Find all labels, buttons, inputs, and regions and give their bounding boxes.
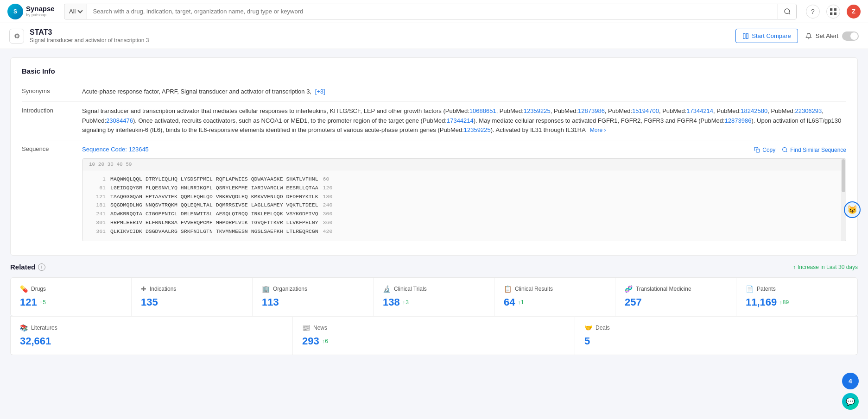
drugs-count-value: 121: [20, 296, 37, 308]
basic-info-card: Basic Info Synonyms Acute-phase response…: [10, 57, 858, 256]
sequence-row: Sequence Sequence Code: 123645 Copy: [22, 140, 846, 246]
related-title: Related i: [10, 263, 45, 271]
seq-line-4: 181 SQGDMQDLNG NNQSVTRQKM QQLEQMLTAL DQM…: [89, 201, 839, 210]
pubmed-link-7[interactable]: 22306293: [795, 107, 822, 114]
more-link[interactable]: More ›: [590, 127, 606, 133]
svg-rect-2: [834, 8, 836, 11]
start-compare-button[interactable]: Start Compare: [735, 29, 798, 43]
pubmed-link-1[interactable]: 10688651: [469, 107, 496, 114]
help-icon: ?: [811, 8, 815, 15]
search-input[interactable]: [87, 8, 778, 15]
clinical-trials-label: Clinical Trials: [394, 286, 427, 292]
page-subtitle: Signal transducer and activator of trans…: [30, 37, 149, 44]
translational-count: 257: [625, 296, 727, 308]
patents-label: Patents: [757, 286, 776, 292]
logo-area: S Synapse by patsnap: [7, 4, 58, 19]
search-filter-dropdown[interactable]: All: [64, 4, 87, 19]
related-section: Related i ↑ Increase in Last 30 days 💊 D…: [10, 263, 858, 355]
copy-button[interactable]: Copy: [754, 147, 775, 153]
introduction-row: Introduction Signal transducer and trans…: [22, 102, 846, 140]
drugs-label: Drugs: [31, 286, 46, 292]
related-grid-bottom: 📚 Literatures 32,661 📰 News 293 ↑ 6: [10, 316, 858, 355]
related-item-drugs[interactable]: 💊 Drugs 121 ↑ 5: [11, 278, 132, 316]
sequence-ruler: 10 20 30 40 50: [82, 159, 846, 170]
related-item-literatures[interactable]: 📚 Literatures 32,661: [11, 316, 293, 355]
related-item-clinical-results[interactable]: 📋 Clinical Results 64 ↑ 1: [494, 278, 615, 316]
logo-text: Synapse by patsnap: [26, 5, 55, 17]
literatures-label: Literatures: [31, 325, 57, 331]
indications-label: Indications: [150, 286, 176, 292]
compare-icon: [742, 33, 749, 39]
indications-count: 135: [141, 296, 243, 308]
seq-line-1: 1 MAQWNQLQQL DTRYLEQLHQ LYSDSFPMEL RQFLA…: [89, 175, 839, 184]
news-count: 293 ↑ 6: [302, 335, 565, 347]
pubmed-link-6[interactable]: 18242580: [741, 107, 767, 114]
svg-rect-6: [746, 33, 748, 38]
drugs-icon: 💊: [20, 285, 28, 293]
pubmed-link-9[interactable]: 17344214: [447, 117, 474, 124]
pubmed-link-8[interactable]: 23084476: [106, 117, 133, 124]
similar-icon: [782, 147, 788, 153]
drugs-increase: ↑ 5: [40, 299, 46, 306]
pubmed-link-4[interactable]: 15194700: [632, 107, 659, 114]
arrow-up-icon: ↑: [793, 264, 796, 270]
help-button[interactable]: ?: [806, 5, 820, 19]
toggle-knob: [850, 32, 858, 40]
pubmed-link-5[interactable]: 17344214: [686, 107, 713, 114]
page-header-right: Start Compare Set Alert: [735, 29, 859, 43]
clinical-trials-count: 138 ↑ 3: [383, 296, 485, 308]
clinical-results-increase: ↑ 1: [518, 299, 524, 306]
pubmed-link-10[interactable]: 12873986: [725, 117, 752, 124]
synonyms-more[interactable]: [+3]: [315, 88, 325, 95]
page-header-bar: ⚙ STAT3 Signal transducer and activator …: [0, 23, 868, 49]
literatures-count: 32,661: [20, 335, 283, 347]
synonyms-value: Acute-phase response factor, APRF, Signa…: [82, 87, 846, 97]
related-item-organizations[interactable]: 🏢 Organizations 113: [253, 278, 374, 316]
set-alert-area: Set Alert: [805, 31, 859, 41]
pubmed-link-3[interactable]: 12873986: [578, 107, 605, 114]
copy-label: Copy: [762, 147, 775, 153]
pubmed-link-11[interactable]: 12359225: [464, 126, 491, 133]
logo-icon: S: [7, 4, 23, 19]
clinical-trials-increase: ↑ 3: [403, 299, 409, 306]
user-avatar[interactable]: Z: [847, 5, 861, 19]
introduction-value: Signal transducer and transcription acti…: [82, 106, 846, 135]
patents-count: 11,169 ↑ 89: [746, 296, 848, 308]
svg-rect-1: [830, 8, 832, 11]
alert-toggle[interactable]: [842, 31, 859, 41]
chat-float-button[interactable]: 😺: [844, 201, 861, 218]
svg-point-0: [785, 9, 790, 14]
news-increase: ↑ 6: [322, 338, 328, 344]
settings-icon[interactable]: ⚙: [9, 29, 24, 44]
seq-line-5: 241 ADWKRRQQIA CIGGPPNICL DRLENWITSL AES…: [89, 210, 839, 219]
related-item-deals[interactable]: 🤝 Deals 5: [575, 316, 857, 355]
svg-point-8: [783, 148, 787, 152]
pubmed-link-2[interactable]: 12359225: [524, 107, 551, 114]
indications-icon: ✚: [141, 285, 146, 293]
related-item-clinical-trials[interactable]: 🔬 Clinical Trials 138 ↑ 3: [374, 278, 494, 316]
find-similar-label: Find Similar Sequence: [790, 147, 846, 153]
sequence-box: 10 20 30 40 50 1 MAQWNQLQQL DTRYLEQLHQ L…: [82, 158, 846, 241]
patents-icon: 📄: [746, 285, 754, 293]
find-similar-button[interactable]: Find Similar Sequence: [782, 147, 846, 153]
related-item-indications[interactable]: ✚ Indications 135: [132, 278, 253, 316]
scrollbar[interactable]: [841, 159, 846, 241]
page-header-left: ⚙ STAT3 Signal transducer and activator …: [9, 28, 149, 44]
related-info-icon[interactable]: i: [38, 263, 45, 271]
page-header-info: STAT3 Signal transducer and activator of…: [30, 28, 149, 44]
related-item-news[interactable]: 📰 News 293 ↑ 6: [293, 316, 575, 355]
logo-sub-text: by patsnap: [26, 13, 55, 18]
sequence-label: Sequence: [22, 145, 82, 152]
literatures-icon: 📚: [20, 324, 28, 331]
seq-line-7: 361 QLKIKVCIDK DSGDVAALRG SRKFNILGTN TKV…: [89, 227, 839, 236]
news-label: News: [313, 325, 327, 331]
related-item-patents[interactable]: 📄 Patents 11,169 ↑ 89: [736, 278, 857, 316]
search-button[interactable]: [778, 4, 796, 19]
sequence-code: Sequence Code: 123645: [82, 145, 149, 155]
svg-rect-3: [830, 12, 832, 14]
drugs-count: 121 ↑ 5: [20, 296, 122, 308]
svg-rect-7: [756, 149, 760, 152]
related-item-translational[interactable]: 🧬 Translational Medicine 257: [615, 278, 736, 316]
chevron-down-icon: [78, 8, 83, 13]
grid-button[interactable]: [826, 5, 840, 19]
